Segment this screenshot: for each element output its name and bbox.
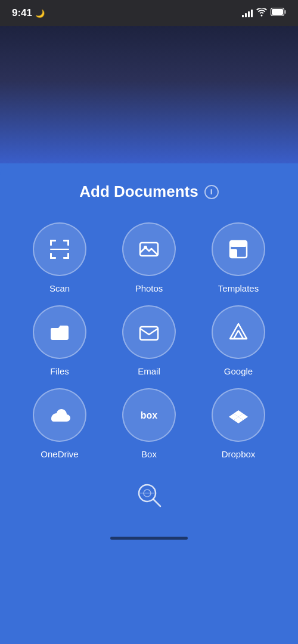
svg-rect-1 bbox=[285, 10, 286, 14]
box-label: Box bbox=[141, 449, 157, 459]
svg-rect-4 bbox=[50, 240, 52, 246]
email-item[interactable]: Email bbox=[107, 305, 191, 376]
files-item[interactable]: Files bbox=[18, 305, 101, 376]
files-icon bbox=[46, 319, 73, 345]
google-item[interactable]: Google bbox=[197, 305, 280, 376]
document-source-grid: Scan Photos Templates bbox=[0, 201, 298, 471]
google-button[interactable] bbox=[212, 305, 265, 359]
onedrive-button[interactable] bbox=[33, 388, 86, 442]
svg-rect-15 bbox=[230, 241, 247, 247]
files-label: Files bbox=[50, 366, 69, 376]
email-icon bbox=[136, 319, 162, 345]
bottom-area bbox=[0, 477, 298, 540]
google-label: Google bbox=[224, 366, 253, 376]
title-row: Add Documents i bbox=[0, 163, 298, 201]
battery-icon bbox=[271, 8, 286, 18]
home-indicator bbox=[110, 537, 188, 540]
svg-rect-11 bbox=[50, 249, 69, 250]
status-time: 9:41 🌙 bbox=[12, 7, 45, 19]
dropbox-button[interactable] bbox=[212, 388, 265, 442]
templates-item[interactable]: Templates bbox=[197, 222, 280, 293]
info-button[interactable]: i bbox=[204, 185, 219, 199]
scan-button[interactable] bbox=[33, 222, 86, 276]
svg-rect-18 bbox=[140, 327, 158, 340]
svg-rect-2 bbox=[272, 9, 283, 15]
camera-preview bbox=[0, 26, 298, 163]
svg-text:box: box bbox=[141, 410, 158, 420]
time-label: 9:41 bbox=[12, 7, 32, 19]
svg-rect-10 bbox=[67, 253, 69, 259]
photos-label: Photos bbox=[135, 283, 163, 293]
scan-label: Scan bbox=[49, 283, 70, 293]
status-icons bbox=[242, 8, 286, 18]
dropbox-icon bbox=[225, 402, 252, 428]
files-button[interactable] bbox=[33, 305, 86, 359]
svg-line-29 bbox=[153, 499, 160, 506]
svg-rect-8 bbox=[50, 253, 52, 259]
bottom-scan-icon bbox=[131, 477, 167, 513]
scan-icon bbox=[46, 236, 73, 262]
svg-rect-16 bbox=[230, 249, 237, 258]
box-button[interactable]: box bbox=[122, 388, 176, 442]
onedrive-item[interactable]: OneDrive bbox=[18, 388, 101, 459]
email-label: Email bbox=[138, 366, 160, 376]
svg-rect-6 bbox=[67, 240, 69, 246]
page-title: Add Documents bbox=[79, 182, 198, 201]
photos-icon bbox=[136, 236, 162, 262]
box-icon: box bbox=[136, 402, 162, 428]
dropbox-item[interactable]: Dropbox bbox=[197, 388, 280, 459]
dropbox-label: Dropbox bbox=[222, 449, 256, 459]
scan-item[interactable]: Scan bbox=[18, 222, 101, 293]
status-bar: 9:41 🌙 bbox=[0, 0, 298, 26]
moon-icon: 🌙 bbox=[35, 9, 45, 18]
onedrive-icon bbox=[46, 402, 73, 428]
photos-button[interactable] bbox=[122, 222, 176, 276]
templates-label: Templates bbox=[218, 283, 259, 293]
google-drive-icon bbox=[225, 319, 252, 345]
templates-icon bbox=[225, 236, 252, 262]
templates-button[interactable] bbox=[212, 222, 265, 276]
onedrive-label: OneDrive bbox=[41, 449, 78, 459]
email-button[interactable] bbox=[122, 305, 176, 359]
info-label: i bbox=[210, 187, 213, 196]
box-item[interactable]: box Box bbox=[107, 388, 191, 459]
scan-bottom-icon bbox=[134, 480, 164, 510]
main-panel: Add Documents i Scan bbox=[0, 163, 298, 644]
wifi-icon bbox=[256, 8, 267, 18]
photos-item[interactable]: Photos bbox=[107, 222, 191, 293]
signal-icon bbox=[242, 9, 253, 17]
